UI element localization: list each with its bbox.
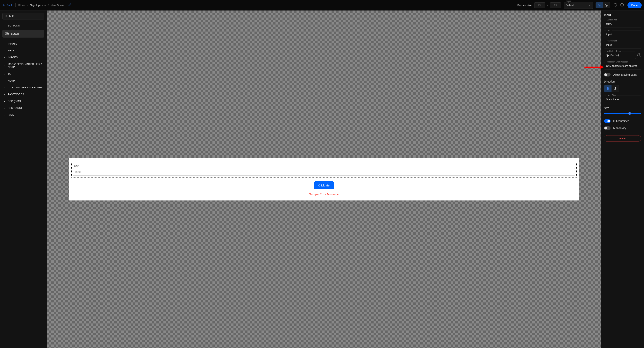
category-passwords[interactable]: PASSWORDS: [2, 91, 44, 98]
breadcrumb-flows[interactable]: Flows: [18, 4, 26, 7]
category-magic-enchanted-link-notp[interactable]: MAGIC / ENCHANTED LINK / NOTP: [2, 61, 44, 70]
category-images[interactable]: IMAGES: [2, 54, 44, 61]
preview-height-input[interactable]: [550, 2, 561, 8]
validation-regex-input[interactable]: [604, 52, 636, 59]
style-value: Default: [566, 4, 574, 7]
field-validation-regex: Validation Regex ?: [604, 52, 641, 59]
breadcrumb-flow-name[interactable]: Sign Up or In: [30, 4, 46, 7]
category-notp[interactable]: NOTP: [2, 77, 44, 84]
moon-icon: [605, 4, 608, 7]
style-label: Style: [566, 0, 572, 2]
component-button[interactable]: Button: [2, 30, 44, 38]
size-slider[interactable]: [604, 112, 641, 116]
ltr-icon: [606, 87, 609, 90]
mandatory-label: Mandatory: [613, 126, 626, 130]
search-icon: [4, 14, 8, 18]
category-totp[interactable]: TOTP: [2, 70, 44, 77]
annotation-arrow: [584, 65, 604, 70]
slider-track: [604, 113, 641, 114]
field-label: Validation Regex: [606, 50, 622, 52]
mandatory-toggle[interactable]: [604, 126, 610, 130]
category-risk[interactable]: RISK: [2, 111, 44, 118]
category-custom-user-attributes[interactable]: CUSTOM USER ATTRIBUTES: [2, 84, 44, 91]
allow-copy-toggle[interactable]: [604, 73, 610, 76]
label-input[interactable]: [604, 30, 641, 38]
field-context-key: Context Key: [604, 20, 641, 28]
field-label: Placeholder: [606, 40, 618, 42]
button-icon: [5, 32, 8, 35]
preview-width-input[interactable]: [534, 2, 545, 8]
style-select[interactable]: Default: [564, 2, 593, 9]
breadcrumb-sep: /: [28, 4, 28, 7]
field-label: Label Style: [606, 94, 617, 96]
validation-error-input[interactable]: [604, 62, 641, 70]
fill-container-row: Fill container: [604, 119, 641, 123]
category-sso-saml-[interactable]: SSO (SAML): [2, 98, 44, 104]
context-key-input[interactable]: [604, 20, 641, 28]
inspector-panel: Input Context Key Label Placeholder Vali…: [601, 10, 644, 348]
svg-point-0: [599, 5, 600, 6]
screen-preview: Input Input Click Me Sample Error Messag…: [69, 158, 579, 200]
theme-dark-button[interactable]: [603, 2, 610, 8]
style-select-box: Style Default: [564, 2, 593, 9]
divider: [15, 3, 16, 7]
preview-error-message: Sample Error Message: [71, 192, 577, 196]
category-buttons[interactable]: BUTTONS: [2, 22, 44, 29]
history-buttons: [614, 3, 624, 8]
components-sidebar: BUTTONSButtonINPUTSTEXTIMAGESMAGIC / ENC…: [0, 10, 47, 348]
input-widget-field: Input: [73, 168, 575, 176]
undo-icon: [614, 3, 617, 7]
search-box[interactable]: [2, 13, 44, 20]
placeholder-input[interactable]: [604, 41, 641, 48]
preview-button[interactable]: Click Me: [314, 182, 334, 190]
category-text[interactable]: TEXT: [2, 47, 44, 54]
canvas[interactable]: Input Input Click Me Sample Error Messag…: [47, 10, 601, 348]
chevron-down-icon: [588, 4, 591, 6]
field-validation-error: Validation Error Message: [604, 62, 641, 70]
breadcrumb-screen-name[interactable]: New Screen: [50, 4, 65, 7]
delete-button[interactable]: Delete: [604, 135, 641, 142]
redo-button[interactable]: [620, 3, 624, 8]
field-placeholder: Placeholder: [604, 41, 641, 48]
inspector-title: Input: [604, 13, 641, 16]
preview-size-x: X: [547, 4, 548, 6]
done-button[interactable]: Done: [628, 2, 642, 8]
label-style-input[interactable]: [604, 96, 641, 103]
field-label-group: Label: [604, 30, 641, 38]
input-widget-label: Input: [73, 164, 575, 168]
fill-container-toggle[interactable]: [604, 119, 610, 123]
slider-thumb[interactable]: [628, 112, 631, 115]
help-icon[interactable]: ?: [638, 53, 641, 57]
mandatory-row: Mandatory: [604, 126, 641, 130]
field-label-style: Label Style: [604, 96, 641, 103]
rtl-icon: [614, 87, 617, 90]
topbar: Back Flows / Sign Up or In / New Screen …: [0, 0, 644, 10]
field-label: Label: [606, 29, 612, 31]
arrow-left-icon: [2, 4, 6, 7]
category-inputs[interactable]: INPUTS: [2, 40, 44, 47]
direction-buttons: [604, 85, 619, 92]
allow-copy-label: Allow copying value: [613, 73, 637, 76]
breadcrumb-sep: /: [48, 4, 49, 7]
direction-ltr-button[interactable]: [604, 85, 612, 92]
fill-container-label: Fill container: [613, 120, 629, 122]
category-sso-oidc-[interactable]: SSO (OIDC): [2, 104, 44, 111]
back-label: Back: [6, 4, 13, 7]
undo-button[interactable]: [614, 3, 617, 8]
theme-light-button[interactable]: [596, 2, 603, 8]
back-button[interactable]: Back: [2, 4, 13, 7]
search-input[interactable]: [9, 14, 42, 18]
theme-toggle: [596, 2, 610, 8]
allow-copy-row: Allow copying value: [604, 73, 641, 76]
direction-label: Direction: [604, 80, 641, 83]
direction-rtl-button[interactable]: [612, 85, 619, 92]
input-widget-selected[interactable]: Input Input: [71, 163, 577, 178]
svg-point-1: [5, 15, 7, 17]
edit-icon[interactable]: [68, 3, 71, 7]
preview-size-label: Preview size:: [517, 4, 532, 6]
breadcrumb: Flows / Sign Up or In / New Screen: [18, 4, 65, 7]
field-label: Validation Error Message: [606, 61, 629, 63]
field-label: Context Key: [606, 19, 618, 21]
sun-icon: [598, 4, 601, 7]
redo-icon: [620, 3, 624, 7]
